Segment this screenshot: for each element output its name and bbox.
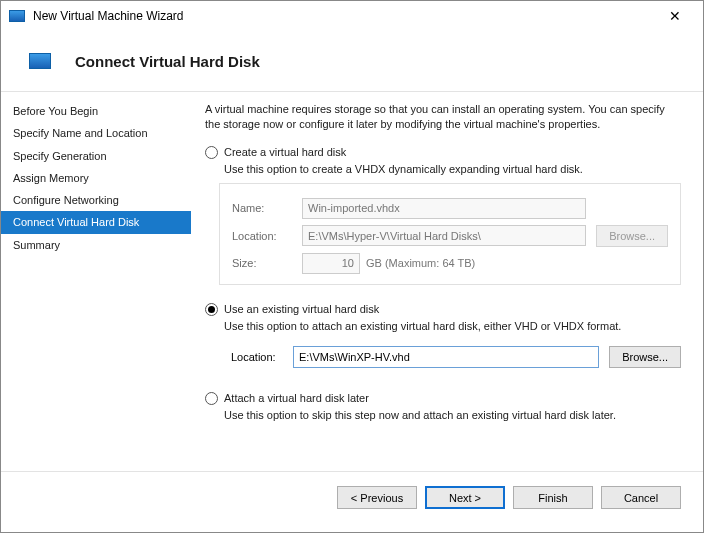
sidebar-item-assign-memory[interactable]: Assign Memory bbox=[1, 167, 191, 189]
next-button[interactable]: Next > bbox=[425, 486, 505, 509]
wizard-footer: < Previous Next > Finish Cancel bbox=[1, 471, 703, 523]
cancel-button[interactable]: Cancel bbox=[601, 486, 681, 509]
name-input bbox=[302, 198, 586, 219]
radio-existing-vhd[interactable] bbox=[205, 303, 218, 316]
sidebar-item-before-you-begin[interactable]: Before You Begin bbox=[1, 100, 191, 122]
sidebar-item-configure-networking[interactable]: Configure Networking bbox=[1, 189, 191, 211]
create-desc: Use this option to create a VHDX dynamic… bbox=[224, 163, 681, 175]
existing-fields-box: Location: Browse... bbox=[205, 340, 681, 374]
sidebar-item-summary[interactable]: Summary bbox=[1, 234, 191, 256]
option-attach-later: Attach a virtual hard disk later Use thi… bbox=[205, 392, 681, 421]
wizard-header: Connect Virtual Hard Disk bbox=[1, 31, 703, 91]
intro-text: A virtual machine requires storage so th… bbox=[205, 102, 681, 132]
main-panel: A virtual machine requires storage so th… bbox=[191, 92, 703, 471]
sidebar-item-connect-vhd[interactable]: Connect Virtual Hard Disk bbox=[1, 211, 191, 233]
previous-button[interactable]: < Previous bbox=[337, 486, 417, 509]
radio-later-label: Attach a virtual hard disk later bbox=[224, 392, 369, 404]
wizard-steps-sidebar: Before You Begin Specify Name and Locati… bbox=[1, 92, 191, 471]
sidebar-item-specify-name[interactable]: Specify Name and Location bbox=[1, 122, 191, 144]
radio-existing-label: Use an existing virtual hard disk bbox=[224, 303, 379, 315]
size-input bbox=[302, 253, 360, 274]
create-fields-box: Name: Location: Browse... Size: GB (Maxi… bbox=[219, 183, 681, 285]
browse-button-existing[interactable]: Browse... bbox=[609, 346, 681, 368]
existing-location-label: Location: bbox=[231, 351, 283, 363]
existing-location-input[interactable] bbox=[293, 346, 599, 368]
finish-button[interactable]: Finish bbox=[513, 486, 593, 509]
location-input bbox=[302, 225, 586, 246]
sidebar-item-specify-generation[interactable]: Specify Generation bbox=[1, 145, 191, 167]
existing-desc: Use this option to attach an existing vi… bbox=[224, 320, 681, 332]
location-label: Location: bbox=[232, 230, 292, 242]
size-label: Size: bbox=[232, 257, 292, 269]
name-label: Name: bbox=[232, 202, 292, 214]
size-unit: GB (Maximum: 64 TB) bbox=[366, 257, 475, 269]
radio-attach-later[interactable] bbox=[205, 392, 218, 405]
close-icon[interactable]: ✕ bbox=[655, 8, 695, 24]
wizard-icon bbox=[9, 10, 25, 22]
later-desc: Use this option to skip this step now an… bbox=[224, 409, 681, 421]
option-create-vhd: Create a virtual hard disk Use this opti… bbox=[205, 146, 681, 285]
titlebar: New Virtual Machine Wizard ✕ bbox=[1, 1, 703, 31]
radio-create-vhd[interactable] bbox=[205, 146, 218, 159]
radio-create-label: Create a virtual hard disk bbox=[224, 146, 346, 158]
header-icon bbox=[29, 53, 51, 69]
browse-button-create: Browse... bbox=[596, 225, 668, 247]
window-title: New Virtual Machine Wizard bbox=[33, 9, 655, 23]
page-title: Connect Virtual Hard Disk bbox=[75, 53, 260, 70]
option-existing-vhd: Use an existing virtual hard disk Use th… bbox=[205, 303, 681, 374]
